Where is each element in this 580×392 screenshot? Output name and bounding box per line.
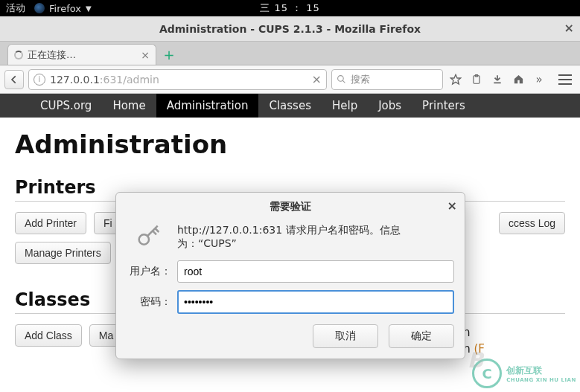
nav-administration[interactable]: Administration (156, 94, 259, 118)
browser-tab[interactable]: 正在连接… × (7, 44, 156, 65)
new-tab-button[interactable]: + (161, 46, 177, 62)
window-title: Administration - CUPS 2.1.3 - Mozilla Fi… (159, 23, 421, 35)
window-close-button[interactable]: × (564, 21, 574, 35)
nav-home[interactable]: Home (102, 94, 156, 118)
firefox-icon (34, 3, 45, 13)
search-placeholder: 搜索 (351, 73, 370, 86)
dialog-message: http://127.0.0.1:631 请求用户名和密码。信息为：“CUPS” (177, 224, 454, 251)
nav-jobs[interactable]: Jobs (368, 94, 412, 118)
page-heading: Administration (15, 129, 565, 159)
nav-cups-org[interactable]: CUPS.org (30, 94, 102, 118)
add-class-button[interactable]: Add Class (15, 324, 82, 347)
loading-spinner-icon (14, 51, 23, 60)
nav-help[interactable]: Help (322, 94, 368, 118)
clipboard-icon (471, 74, 482, 86)
nav-classes[interactable]: Classes (258, 94, 322, 118)
username-label: 用户名： (130, 265, 171, 278)
svg-point-0 (338, 76, 344, 82)
tab-label: 正在连接… (28, 48, 76, 62)
star-icon (450, 74, 462, 86)
downloads-button[interactable] (489, 71, 506, 88)
home-icon (513, 74, 524, 85)
window-titlebar: Administration - CUPS 2.1.3 - Mozilla Fi… (0, 16, 580, 42)
site-info-icon[interactable]: i (34, 74, 45, 86)
username-input[interactable] (177, 260, 454, 283)
dialog-ok-button[interactable]: 确定 (389, 324, 454, 348)
hamburger-icon (558, 74, 572, 76)
clear-url-button[interactable]: × (312, 72, 322, 86)
chevron-double-right-icon: » (535, 73, 542, 86)
manage-printers-button[interactable]: Manage Printers (15, 242, 111, 264)
svg-rect-3 (494, 82, 500, 83)
nav-printers[interactable]: Printers (412, 94, 476, 118)
url-bar[interactable]: i 127.0.0.1:631/admin × (28, 69, 327, 90)
arrow-left-icon (9, 74, 19, 85)
dialog-close-button[interactable]: × (447, 199, 457, 213)
access-log-button[interactable]: ccess Log (499, 212, 565, 234)
cups-nav-bar: CUPS.org Home Administration Classes Hel… (0, 94, 580, 118)
navigation-toolbar: i 127.0.0.1:631/admin × 搜索 » (0, 65, 580, 94)
dialog-titlebar: 需要验证 × (116, 193, 465, 218)
back-button[interactable] (4, 70, 24, 89)
bookmark-star-button[interactable] (447, 71, 464, 88)
dialog-cancel-button[interactable]: 取消 (313, 324, 378, 348)
auth-dialog: 需要验证 × http://127.0.0.1:631 请求用户名和密码。信息为… (115, 192, 465, 359)
password-input[interactable] (177, 290, 454, 314)
home-button[interactable] (510, 71, 526, 88)
search-icon (337, 74, 346, 84)
tab-strip: 正在连接… × + (0, 42, 580, 65)
tab-close-button[interactable]: × (141, 49, 150, 61)
overflow-button[interactable]: » (531, 71, 547, 88)
svg-point-4 (139, 234, 149, 244)
clock[interactable]: 三 15 ： 15 (260, 1, 319, 15)
chevron-down-icon: ▼ (86, 4, 92, 13)
key-icon (134, 221, 164, 253)
add-printer-button[interactable]: Add Printer (15, 212, 86, 234)
password-label: 密码： (140, 295, 171, 309)
url-text: 127.0.0.1:631/admin (50, 74, 159, 86)
activities-button[interactable]: 活动 (6, 1, 25, 15)
active-app-indicator[interactable]: Firefox ▼ (34, 3, 92, 14)
download-icon (492, 74, 503, 85)
library-button[interactable] (468, 71, 485, 88)
active-app-name: Firefox (49, 3, 81, 14)
menu-button[interactable] (555, 71, 576, 89)
search-bar[interactable]: 搜索 (331, 69, 443, 90)
dialog-button-row: 取消 确定 (116, 314, 465, 348)
gnome-top-bar: 活动 Firefox ▼ 三 15 ： 15 (0, 0, 580, 16)
dialog-title: 需要验证 (270, 200, 311, 212)
